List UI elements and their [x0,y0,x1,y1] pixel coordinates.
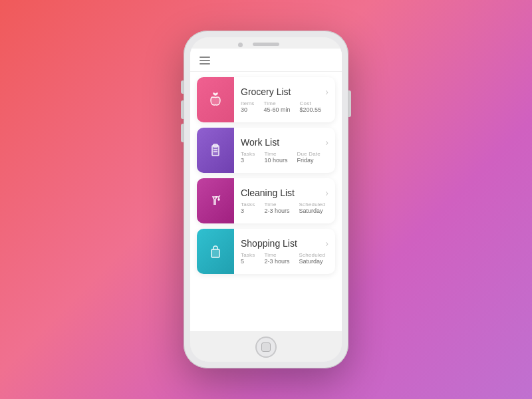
meta-value: 10 hours [264,157,287,164]
meta-item: Due Date Friday [297,151,320,164]
power-button [348,90,351,117]
phone-screen: Grocery List › Items 30 Time 45-60 min C… [190,37,342,362]
list-title: Cleaning List [241,188,295,198]
home-button[interactable] [255,336,277,358]
meta-label: Tasks [241,252,255,258]
list-title: Shopping List [241,238,297,249]
list-meta: Tasks 3 Time 10 hours Due Date Friday [241,151,329,164]
list-icon-block-cleaning [197,178,234,223]
meta-label: Time [264,151,287,157]
meta-item: Scheduled Saturday [299,201,325,214]
meta-label: Tasks [241,201,255,207]
meta-item: Tasks 3 [241,151,255,164]
list-item-cleaning[interactable]: Cleaning List › Tasks 3 Time 2-3 hours S… [197,178,335,223]
hamburger-line [200,57,210,58]
list-title: Grocery List [241,86,291,97]
chevron-right-icon: › [325,238,329,249]
meta-label: Time [264,252,289,258]
list-content-cleaning: Cleaning List › Tasks 3 Time 2-3 hours S… [234,178,335,223]
meta-value: 3 [241,157,255,164]
meta-item: Time 2-3 hours [264,201,289,214]
meta-item: Scheduled Saturday [299,252,325,265]
list-title-row: Grocery List › [241,86,329,97]
meta-item: Items 30 [241,100,255,113]
meta-item: Cost $200.55 [300,100,322,113]
meta-label: Tasks [241,151,255,157]
list-content-work: Work List › Tasks 3 Time 10 hours Due Da… [234,128,335,173]
meta-label: Due Date [297,151,320,157]
list-item-shopping[interactable]: Shopping List › Tasks 5 Time 2-3 hours S… [197,229,335,274]
meta-value: 5 [241,258,255,265]
meta-value: 45-60 min [264,106,291,113]
meta-item: Tasks 5 [241,252,255,265]
list-title-row: Cleaning List › [241,188,329,198]
meta-item: Time 2-3 hours [264,252,289,265]
meta-value: $200.55 [300,106,322,113]
svg-rect-5 [211,249,219,257]
speaker [253,43,279,46]
meta-value: Saturday [299,258,325,265]
hamburger-line [200,63,210,65]
list-item-work[interactable]: Work List › Tasks 3 Time 10 hours Due Da… [197,128,335,173]
list-icon-block-work [197,128,234,173]
meta-label: Items [241,100,255,106]
meta-item: Tasks 3 [241,201,255,214]
meta-label: Time [264,201,289,207]
list-item-grocery[interactable]: Grocery List › Items 30 Time 45-60 min C… [197,77,335,122]
list-icon-block-shopping [197,229,234,274]
app-header [190,49,342,72]
meta-value: 3 [241,207,255,214]
meta-label: Cost [300,100,322,106]
list-content-grocery: Grocery List › Items 30 Time 45-60 min C… [234,77,335,122]
camera [238,43,243,47]
meta-value: Saturday [299,207,325,214]
meta-value: Friday [297,157,320,164]
volume-up-button [181,100,184,119]
list-container: Grocery List › Items 30 Time 45-60 min C… [190,72,342,331]
meta-label: Scheduled [299,252,325,258]
home-button-inner [261,342,271,352]
meta-label: Scheduled [299,201,325,207]
list-title-row: Work List › [241,137,329,148]
list-meta: Tasks 5 Time 2-3 hours Scheduled Saturda… [241,252,329,265]
meta-item: Time 10 hours [264,151,287,164]
meta-label: Time [264,100,291,106]
phone-bottom-bar [190,331,342,362]
screen: Grocery List › Items 30 Time 45-60 min C… [190,49,342,331]
meta-value: 2-3 hours [264,207,289,214]
list-icon-block-grocery [197,77,234,122]
phone-frame: Grocery List › Items 30 Time 45-60 min C… [184,31,348,368]
mute-button [181,80,184,94]
list-content-shopping: Shopping List › Tasks 5 Time 2-3 hours S… [234,229,335,274]
meta-value: 30 [241,106,255,113]
svg-rect-1 [213,144,217,147]
menu-button[interactable] [200,57,210,65]
chevron-right-icon: › [325,86,329,97]
list-meta: Items 30 Time 45-60 min Cost $200.55 [241,100,329,113]
chevron-right-icon: › [325,137,329,148]
meta-value: 2-3 hours [264,258,289,265]
volume-down-button [181,124,184,142]
phone-top-bar [190,37,342,49]
chevron-right-icon: › [325,188,329,198]
list-title: Work List [241,137,279,148]
svg-point-4 [218,199,219,200]
meta-item: Time 45-60 min [264,100,291,113]
list-meta: Tasks 3 Time 2-3 hours Scheduled Saturda… [241,201,329,214]
list-title-row: Shopping List › [241,238,329,249]
hamburger-line [200,60,210,61]
